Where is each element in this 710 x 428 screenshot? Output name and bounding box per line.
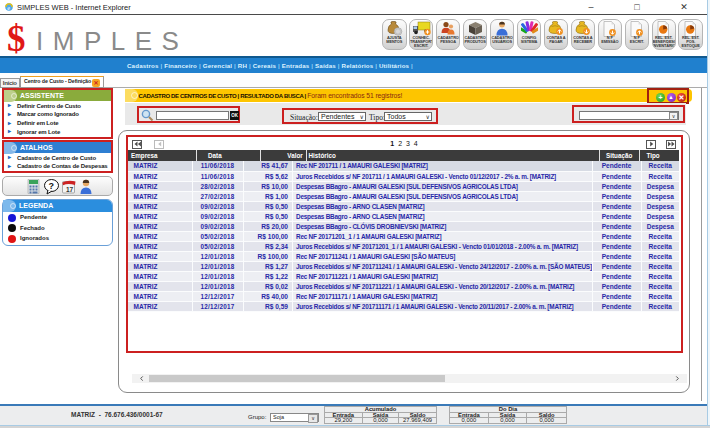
svg-text:e: e (7, 4, 10, 11)
svg-text:?: ? (49, 181, 55, 191)
svg-text:17: 17 (66, 186, 74, 193)
